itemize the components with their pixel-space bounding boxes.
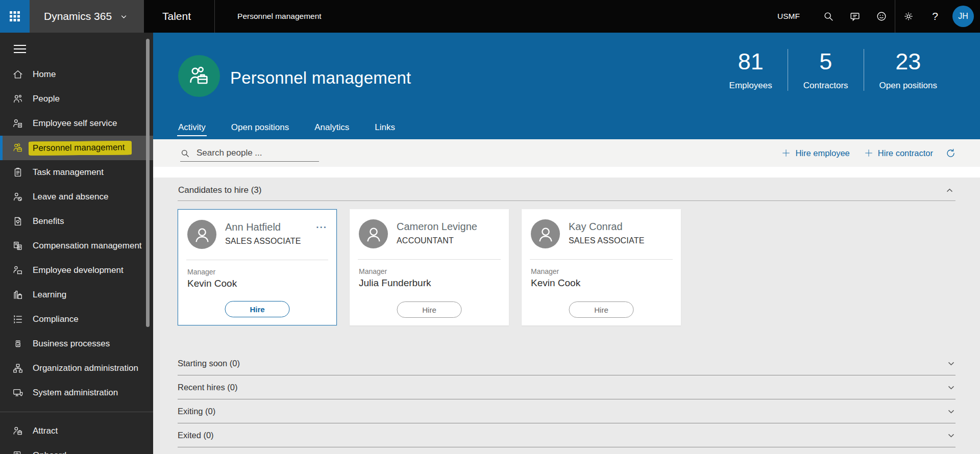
sidebar-item-label: Attract — [33, 426, 58, 436]
sidebar-item[interactable]: Personnel management — [0, 136, 153, 160]
candidates-section-header[interactable]: Candidates to hire (3) — [178, 178, 955, 201]
sidebar-item-label: Personnel management — [30, 141, 130, 156]
settings-gear-icon[interactable] — [895, 0, 922, 33]
learning-icon — [12, 289, 24, 301]
sidebar-scrollbar[interactable] — [146, 39, 150, 327]
sidebar-item[interactable]: System administration — [0, 381, 153, 405]
sidebar-item[interactable]: Organization administration — [0, 356, 153, 381]
sidebar-item[interactable]: Employee development — [0, 258, 153, 283]
sidebar-item[interactable]: Compensation management — [0, 234, 153, 258]
benefits-icon — [12, 215, 24, 228]
toolbar: Hire employee Hire contractor — [153, 139, 980, 167]
candidate-card[interactable]: Ann Hatfield SALES ASSOCIATE ... Manager… — [178, 209, 337, 325]
sidebar-item[interactable]: Business processes — [0, 332, 153, 356]
topbar-page-title: Personnel management — [215, 12, 322, 21]
menu-icon[interactable] — [11, 42, 29, 56]
search-input[interactable] — [195, 147, 319, 159]
collapsed-section-header[interactable]: Exiting (0) — [178, 399, 955, 423]
main-content: Personnel management 81 Employees 5 Cont… — [153, 33, 980, 454]
hire-action-label: Hire contractor — [878, 148, 933, 158]
candidate-role: SALES ASSOCIATE — [569, 236, 672, 245]
section-title: Candidates to hire (3) — [178, 185, 261, 195]
page-hero: Personnel management 81 Employees 5 Cont… — [153, 33, 980, 139]
sidebar-item[interactable]: Employee self service — [0, 111, 153, 136]
business-processes-icon — [12, 338, 24, 350]
personnel-management-icon — [178, 55, 220, 97]
hire-button[interactable]: Hire — [225, 301, 290, 317]
sidebar-item[interactable]: Benefits — [0, 209, 153, 234]
manager-label: Manager — [187, 268, 327, 276]
manager-label: Manager — [359, 267, 500, 275]
product-switcher[interactable]: Dynamics 365 — [30, 0, 144, 33]
search-icon[interactable] — [815, 0, 842, 33]
manager-name: Julia Funderburk — [359, 278, 500, 289]
stat-label: Employees — [729, 81, 772, 91]
candidate-role: SALES ASSOCIATE — [225, 237, 316, 246]
hire-action-button[interactable]: Hire employee — [781, 148, 849, 158]
system-administration-icon — [12, 387, 24, 399]
candidate-card[interactable]: Cameron Levigne ACCOUNTANT Manager Julia… — [350, 209, 509, 325]
feedback-smiley-icon[interactable] — [868, 0, 895, 33]
refresh-icon[interactable] — [945, 148, 956, 159]
sidebar-item[interactable]: Home — [0, 62, 153, 87]
sidebar-nav: Home People Employee self service Person… — [0, 62, 153, 405]
candidate-card[interactable]: Kay Conrad SALES ASSOCIATE Manager Kevin… — [522, 209, 681, 325]
app-name[interactable]: Talent — [144, 10, 214, 22]
stat: 23 Open positions — [864, 49, 952, 91]
sidebar-item[interactable]: Learning — [0, 283, 153, 307]
header-stats: 81 Employees 5 Contractors 23 Open posit… — [714, 49, 952, 91]
stat-value: 23 — [879, 49, 937, 74]
sidebar-item[interactable]: Attract — [0, 419, 153, 443]
toolbar-actions: Hire employee Hire contractor — [781, 148, 933, 158]
compensation-management-icon — [12, 240, 24, 252]
sidebar-item[interactable]: Onboard — [0, 443, 153, 454]
employee-self-service-icon — [12, 117, 24, 130]
leave-and-absence-icon — [12, 191, 24, 203]
screen: Dynamics 365 Talent Personnel management… — [0, 0, 980, 454]
sidebar-item[interactable]: Compliance — [0, 307, 153, 332]
sidebar-item-label: Home — [33, 69, 56, 80]
sidebar-item[interactable]: Leave and absence — [0, 185, 153, 209]
candidate-name: Ann Hatfield — [225, 221, 316, 233]
tab[interactable]: Analytics — [314, 122, 349, 139]
collapsed-section-header[interactable]: Exited (0) — [178, 423, 955, 447]
collapsed-section-header[interactable]: Recent hires (0) — [178, 375, 955, 399]
stat: 5 Contractors — [788, 49, 864, 91]
sidebar: Home People Employee self service Person… — [0, 33, 153, 454]
waffle-icon — [9, 10, 21, 22]
card-menu-button[interactable]: ... — [316, 220, 327, 249]
app-launcher-button[interactable] — [0, 0, 30, 33]
organization-administration-icon — [12, 362, 24, 374]
plus-icon — [781, 148, 791, 158]
card-divider — [358, 259, 501, 260]
message-icon[interactable] — [842, 0, 868, 33]
card-divider — [530, 259, 673, 260]
people-icon — [12, 93, 24, 105]
sidebar-footer-nav: Attract Onboard — [0, 419, 153, 454]
sidebar-item[interactable]: Task management — [0, 160, 153, 185]
topbar: Dynamics 365 Talent Personnel management… — [0, 0, 980, 33]
user-avatar[interactable]: JH — [952, 6, 974, 27]
task-management-icon — [12, 166, 24, 179]
stat-value: 5 — [803, 49, 848, 74]
sidebar-item-label: Leave and absence — [33, 192, 108, 202]
company-selector[interactable]: USMF — [777, 12, 800, 21]
plus-icon — [864, 148, 873, 158]
sidebar-item-label: System administration — [33, 388, 118, 398]
hire-action-button[interactable]: Hire contractor — [864, 148, 933, 158]
manager-name: Kevin Cook — [187, 278, 327, 289]
sidebar-item-label: People — [33, 94, 60, 104]
employee-development-icon — [12, 264, 24, 276]
attract-icon — [12, 425, 24, 437]
hire-button[interactable]: Hire — [569, 301, 634, 318]
tab[interactable]: Activity — [178, 122, 206, 139]
tab[interactable]: Open positions — [231, 122, 289, 139]
tab[interactable]: Links — [375, 122, 395, 139]
collapsed-section-header[interactable]: Starting soon (0) — [178, 351, 955, 375]
section-title: Exiting (0) — [178, 407, 215, 416]
search-icon — [180, 148, 190, 158]
candidate-name: Kay Conrad — [569, 221, 672, 233]
hire-button[interactable]: Hire — [397, 301, 462, 318]
sidebar-item[interactable]: People — [0, 87, 153, 111]
help-button[interactable]: ? — [922, 0, 948, 33]
